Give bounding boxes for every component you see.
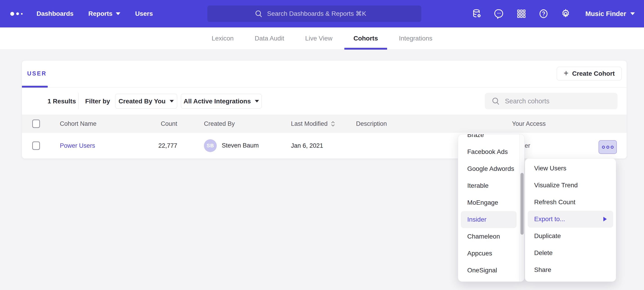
- menu-item-chameleon[interactable]: Chameleon: [461, 228, 516, 245]
- tab-cohorts[interactable]: Cohorts: [354, 28, 378, 50]
- cohorts-page: Dashboards Reports Users: [0, 0, 644, 290]
- menu-item-view-users[interactable]: View Users: [528, 160, 613, 177]
- tab-live-view[interactable]: Live View: [305, 28, 332, 50]
- chevron-down-icon: [116, 12, 120, 15]
- menu-item-refresh-count[interactable]: Refresh Count: [528, 194, 613, 211]
- data-management-icon[interactable]: [472, 9, 482, 19]
- nav-users[interactable]: Users: [135, 10, 153, 17]
- chevron-down-icon: [170, 100, 174, 102]
- plus-icon: +: [564, 69, 568, 77]
- cohort-count: 22,777: [136, 142, 177, 149]
- cohorts-card: USER + Create Cohort 1 Results Filter by…: [22, 60, 627, 159]
- table-row: Power Users 22,777 SB Steven Baum Jan 6,…: [22, 133, 627, 159]
- cohort-search-input[interactable]: [505, 97, 606, 105]
- menu-item-google-adwords[interactable]: Google Adwords: [461, 160, 516, 177]
- integrations-filter[interactable]: All Active Integrations: [181, 94, 262, 109]
- project-switcher[interactable]: Music Finder: [585, 10, 635, 18]
- project-name: Music Finder: [585, 10, 626, 18]
- menu-item-braze[interactable]: Braze: [461, 134, 516, 143]
- tab-data-audit[interactable]: Data Audit: [255, 28, 284, 50]
- menu-item-facebook-ads[interactable]: Facebook Ads: [461, 143, 516, 160]
- menu-item-share[interactable]: Share: [528, 261, 613, 278]
- filter-by-label: Filter by: [85, 98, 110, 105]
- nav-right-cluster: Music Finder: [472, 0, 635, 28]
- column-created-by: Created By: [204, 120, 235, 127]
- row-checkbox[interactable]: [32, 141, 40, 150]
- sort-icon: [330, 120, 336, 127]
- row-actions-menu: View Users Visualize Trend Refresh Count…: [525, 158, 616, 282]
- scrollbar-thumb[interactable]: [520, 173, 524, 235]
- app-logo-dots-icon[interactable]: [10, 12, 26, 16]
- search-icon: [254, 9, 263, 18]
- column-last-modified[interactable]: Last Modified: [291, 120, 336, 127]
- tab-integrations[interactable]: Integrations: [399, 28, 432, 50]
- column-cohort-name: Cohort Name: [60, 120, 96, 127]
- menu-item-moengage[interactable]: MoEngage: [461, 194, 516, 211]
- avatar: SB: [204, 139, 217, 152]
- column-count: Count: [136, 120, 177, 127]
- apps-grid-icon[interactable]: [516, 9, 526, 19]
- menu-item-appcues[interactable]: Appcues: [461, 245, 516, 262]
- scrollbar-track[interactable]: [519, 134, 524, 281]
- cohort-name-link[interactable]: Power Users: [60, 142, 95, 149]
- nav-dashboards[interactable]: Dashboards: [36, 10, 74, 17]
- filter-toolbar: 1 Results Filter by Created By You All A…: [22, 88, 627, 115]
- divider: [78, 93, 78, 109]
- results-count: 1 Results: [48, 98, 76, 105]
- menu-item-export-to[interactable]: Export to...: [528, 211, 613, 228]
- section-tabs: Lexicon Data Audit Live View Cohorts Int…: [0, 28, 644, 50]
- menu-item-insider[interactable]: Insider: [461, 211, 516, 228]
- last-modified-cell: Jan 6, 2021: [291, 142, 323, 149]
- menu-item-onesignal[interactable]: OneSignal: [461, 262, 516, 279]
- card-header: USER + Create Cohort: [22, 61, 627, 88]
- column-your-access: Your Access: [512, 120, 546, 127]
- tab-user-cohorts[interactable]: USER: [27, 70, 46, 77]
- table-header: Cohort Name Count Created By Last Modifi…: [22, 115, 627, 133]
- help-icon[interactable]: [538, 9, 549, 19]
- feedback-icon[interactable]: [494, 9, 504, 19]
- active-tab-underline: [22, 86, 48, 88]
- nav-reports[interactable]: Reports: [88, 10, 120, 17]
- menu-item-duplicate[interactable]: Duplicate: [528, 228, 613, 244]
- creator-name: Steven Baum: [222, 142, 259, 149]
- global-search-input[interactable]: [267, 10, 374, 17]
- search-icon: [491, 96, 500, 106]
- global-search[interactable]: [207, 6, 421, 22]
- menu-item-visualize-trend[interactable]: Visualize Trend: [528, 177, 613, 194]
- chevron-down-icon: [630, 12, 635, 15]
- menu-item-iterable[interactable]: Iterable: [461, 177, 516, 194]
- chevron-down-icon: [255, 100, 259, 102]
- created-by-filter[interactable]: Created By You: [115, 94, 177, 109]
- top-navigation-bar: Dashboards Reports Users: [0, 0, 644, 28]
- submenu-arrow-icon: [603, 217, 607, 221]
- created-by-cell: SB Steven Baum: [204, 139, 259, 152]
- column-description: Description: [356, 120, 387, 127]
- settings-gear-icon[interactable]: [560, 9, 571, 19]
- export-destinations-menu: Braze Facebook Ads Google Adwords Iterab…: [458, 134, 524, 282]
- create-cohort-button[interactable]: + Create Cohort: [557, 67, 622, 80]
- cohort-search[interactable]: [485, 93, 618, 109]
- tab-lexicon[interactable]: Lexicon: [212, 28, 234, 50]
- select-all-checkbox[interactable]: [32, 120, 40, 128]
- menu-item-delete[interactable]: Delete: [528, 244, 613, 261]
- row-actions-button[interactable]: [598, 140, 617, 154]
